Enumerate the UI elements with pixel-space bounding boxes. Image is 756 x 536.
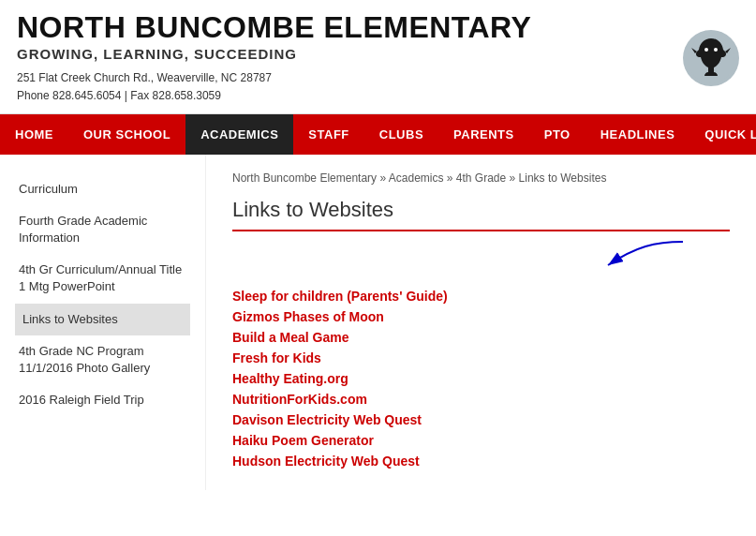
link-build-meal-game[interactable]: Build a Meal Game xyxy=(232,330,348,345)
link-davison-electricity[interactable]: Davison Electricity Web Quest xyxy=(232,412,422,427)
nav-clubs[interactable]: CLUBS xyxy=(364,114,438,155)
list-item: Sleep for children (Parents' Guide) xyxy=(232,288,730,305)
sidebar-item-nc-program[interactable]: 4th Grade NC Program 11/1/2016 Photo Gal… xyxy=(15,335,190,384)
list-item: NutritionForKids.com xyxy=(232,391,730,408)
phone-line: Phone 828.645.6054 | Fax 828.658.3059 xyxy=(17,89,221,102)
links-list: Sleep for children (Parents' Guide) Gizm… xyxy=(232,288,730,469)
nav-staff[interactable]: STAFF xyxy=(293,114,363,155)
header-left: NORTH BUNCOMBE ELEMENTARY GROWING, LEARN… xyxy=(17,11,674,106)
link-sleep-children[interactable]: Sleep for children (Parents' Guide) xyxy=(232,289,448,304)
address-line: 251 Flat Creek Church Rd., Weaverville, … xyxy=(17,71,272,84)
svg-point-2 xyxy=(714,48,718,52)
content-area: Curriculum Fourth Grade Academic Informa… xyxy=(0,155,756,490)
list-item: Haiku Poem Generator xyxy=(232,432,730,449)
sidebar-item-fourth-grade-info[interactable]: Fourth Grade Academic Information xyxy=(15,205,190,254)
annotation-arrow xyxy=(467,237,711,275)
sidebar-item-links-to-websites[interactable]: Links to Websites xyxy=(15,304,190,335)
site-header: NORTH BUNCOMBE ELEMENTARY GROWING, LEARN… xyxy=(0,0,756,114)
nav-headlines[interactable]: HEADLINES xyxy=(586,114,690,155)
breadcrumb-sep3: » xyxy=(510,171,519,185)
site-subtitle: GROWING, LEARNING, SUCCEEDING xyxy=(17,46,674,62)
list-item: Hudson Electricity Web Quest xyxy=(232,453,730,469)
link-haiku-poem[interactable]: Haiku Poem Generator xyxy=(232,433,374,448)
nav-pto[interactable]: PTO xyxy=(529,114,586,155)
main-nav: HOME OUR SCHOOL ACADEMICS STAFF CLUBS PA… xyxy=(0,114,756,155)
nav-parents[interactable]: PARENTS xyxy=(438,114,529,155)
breadcrumb-current: Links to Websites xyxy=(519,171,607,185)
link-gizmos-moon[interactable]: Gizmos Phases of Moon xyxy=(232,309,384,324)
site-address: 251 Flat Creek Church Rd., Weaverville, … xyxy=(17,69,674,105)
svg-point-1 xyxy=(704,48,708,52)
sidebar-item-raleigh-trip[interactable]: 2016 Raleigh Field Trip xyxy=(15,384,190,416)
breadcrumb-home[interactable]: North Buncombe Elementary xyxy=(232,171,377,185)
breadcrumb-sep2: » xyxy=(447,171,456,185)
nav-quick-links[interactable]: QUICK LINKS xyxy=(689,114,756,155)
breadcrumb-sep1: » xyxy=(379,171,388,185)
link-hudson-electricity[interactable]: Hudson Electricity Web Quest xyxy=(232,454,420,469)
link-healthy-eating[interactable]: Healthy Eating.org xyxy=(232,371,348,386)
logo-svg xyxy=(686,31,737,85)
site-title: NORTH BUNCOMBE ELEMENTARY xyxy=(17,11,674,44)
main-content: North Buncombe Elementary » Academics » … xyxy=(206,155,756,490)
page-title: Links to Websites xyxy=(232,198,730,231)
nav-home[interactable]: HOME xyxy=(0,114,68,155)
list-item: Gizmos Phases of Moon xyxy=(232,308,730,325)
sidebar-item-curriculum[interactable]: Curriculum xyxy=(15,173,190,205)
nav-our-school[interactable]: OUR SCHOOL xyxy=(68,114,185,155)
sidebar-item-curriculum-powerpoint[interactable]: 4th Gr Curriculum/Annual Title 1 Mtg Pow… xyxy=(15,254,190,303)
list-item: Davison Electricity Web Quest xyxy=(232,411,730,428)
link-nutrition-kids[interactable]: NutritionForKids.com xyxy=(232,392,367,407)
list-item: Build a Meal Game xyxy=(232,329,730,346)
list-item: Healthy Eating.org xyxy=(232,370,730,387)
breadcrumb: North Buncombe Elementary » Academics » … xyxy=(232,171,730,185)
breadcrumb-4th-grade[interactable]: 4th Grade xyxy=(456,171,506,185)
logo-area xyxy=(674,30,739,86)
arrow-annotation xyxy=(232,246,730,284)
nav-academics[interactable]: ACADEMICS xyxy=(185,114,293,155)
link-fresh-kids[interactable]: Fresh for Kids xyxy=(232,350,321,365)
list-item: Fresh for Kids xyxy=(232,350,730,366)
school-logo xyxy=(683,30,739,86)
sidebar: Curriculum Fourth Grade Academic Informa… xyxy=(0,155,206,490)
breadcrumb-academics[interactable]: Academics xyxy=(389,171,444,185)
